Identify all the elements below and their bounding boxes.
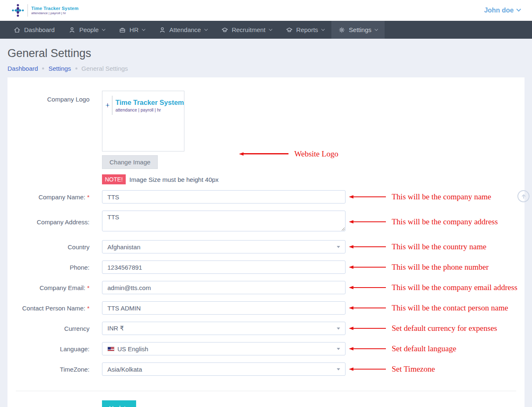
chevron-down-icon [375,27,378,30]
form-row-country: Country Afghanistan This will be the cou… [16,240,516,253]
red-arrow-left-icon [349,220,386,223]
chevron-down-icon [516,7,521,12]
nav-label: Reports [296,26,318,33]
change-image-button[interactable]: Change Image [102,155,158,169]
form-row-phone: Phone: This will be the phone number [16,261,516,274]
form-row-timezone: TimeZone: Asia/Kolkata Set Timezone [16,362,516,376]
form-row-language: Language: US English Set default languag… [16,342,516,355]
red-arrow-left-icon [239,152,288,156]
form-row-currency: Currency INR ₹ Set default currency for … [16,322,516,335]
company-address-textarea[interactable]: TTS [102,211,346,231]
field-label: Country [16,243,89,251]
field-label: Company Email: * [16,284,89,291]
nav-item-attendance[interactable]: Attendance [152,21,214,39]
caret-down-icon [337,328,340,330]
red-arrow-left-icon [349,195,386,199]
annotation-contact-person: This will be the contact person name [349,303,508,313]
app-logo[interactable]: Time Tracker System attendance | payroll… [12,4,79,17]
contact-person-input[interactable] [102,301,346,315]
company-logo-row: Company Logo Time Tracker System attenda… [16,91,516,184]
chevron-down-icon [204,27,207,30]
field-label: Company Address: [16,218,89,226]
annotation-language: Set default language [349,344,456,353]
field-label: Company Name: * [16,194,89,201]
caret-down-icon [337,368,340,370]
brand-title: Time Tracker System [31,6,79,11]
breadcrumb-dashboard[interactable]: Dashboard [7,65,38,72]
user-menu[interactable]: John doe [484,7,520,14]
brand-mark-icon [106,95,109,116]
update-button[interactable]: Update [102,400,136,407]
nav-label: Dashboard [24,26,55,33]
briefcase-icon [119,27,126,33]
caret-down-icon [337,246,340,248]
red-arrow-left-icon [349,286,386,289]
nav-label: People [79,26,99,33]
caret-down-icon [337,348,340,350]
graduation-cap-icon [286,27,293,33]
annotation-company-address: This will be the company address [349,217,498,226]
field-label: TimeZone: [16,366,89,373]
field-label: Company Logo [16,96,89,103]
breadcrumb-separator [75,67,77,69]
home-icon [14,27,20,33]
logo-brand-subtitle: attendance | payroll | hr [115,107,184,112]
chevron-down-icon [321,27,325,30]
red-arrow-left-icon [349,347,386,350]
field-label: Currency [16,325,89,332]
red-arrow-left-icon [349,367,386,371]
nav-item-hr[interactable]: HR [112,21,152,39]
field-label: Contact Person Name: * [16,305,89,312]
nav-item-people[interactable]: People [62,21,112,39]
red-arrow-left-icon [349,245,386,248]
nav-label: HR [129,26,139,33]
brand-subtitle: attendance | payroll | hr [31,11,79,15]
form-row-company-address: Company Address: TTS This will be the co… [16,211,516,233]
nav-item-settings[interactable]: Settings [331,21,385,39]
graduation-cap-icon [221,27,228,33]
brand-mark-icon [12,4,24,17]
currency-select[interactable]: INR ₹ [102,322,346,335]
page-head: General Settings Dashboard Settings Gene… [0,39,532,72]
nav-item-reports[interactable]: Reports [279,21,332,39]
form-row-company-name: Company Name: * This will be the company… [16,190,516,204]
page-title: General Settings [7,47,525,60]
form-actions: Update [16,391,516,407]
nav-item-dashboard[interactable]: Dashboard [7,21,62,39]
company-name-input[interactable] [102,190,346,204]
user-name: John doe [484,7,514,14]
breadcrumb: Dashboard Settings General Settings [7,65,525,72]
nav-label: Settings [349,26,371,33]
note-badge: NOTE! [102,174,126,184]
timezone-select[interactable]: Asia/Kolkata [102,362,346,376]
red-arrow-left-icon [349,306,386,310]
top-header: Time Tracker System attendance | payroll… [0,0,532,21]
nav-item-recruitment[interactable]: Recruitment [214,21,279,39]
nav-label: Attendance [169,26,201,33]
company-email-input[interactable] [102,281,346,294]
arrow-up-icon [520,193,527,200]
nav-label: Recruitment [232,26,266,33]
note-line: NOTE! Image Size must be height 40px [102,174,219,184]
annotation-phone: This will be the phone number [349,263,489,272]
annotation-currency: Set default currency for expenses [349,324,497,333]
breadcrumb-settings[interactable]: Settings [48,65,71,72]
gear-icon [338,27,345,33]
company-logo-preview: Time Tracker System attendance | payroll… [102,91,184,151]
annotation-website-logo: Website Logo [239,149,338,159]
phone-input[interactable] [102,261,346,274]
annotation-country: This will be the country name [349,242,486,251]
red-arrow-left-icon [349,327,386,330]
main-nav: Dashboard People HR Attendance Recruitme… [0,21,532,39]
field-label: Phone: [16,264,89,271]
logo-brand-title: Time Tracker System [115,99,184,107]
country-select[interactable]: Afghanistan [102,240,346,253]
red-arrow-left-icon [349,266,386,269]
annotation-timezone: Set Timezone [349,365,435,374]
chevron-down-icon [102,27,105,30]
annotation-company-name: This will be the company name [349,192,491,201]
scroll-to-top-button[interactable] [517,190,530,202]
settings-card: Company Logo Time Tracker System attenda… [7,77,525,407]
language-select[interactable]: US English [102,342,346,355]
note-text: Image Size must be height 40px [129,176,219,183]
